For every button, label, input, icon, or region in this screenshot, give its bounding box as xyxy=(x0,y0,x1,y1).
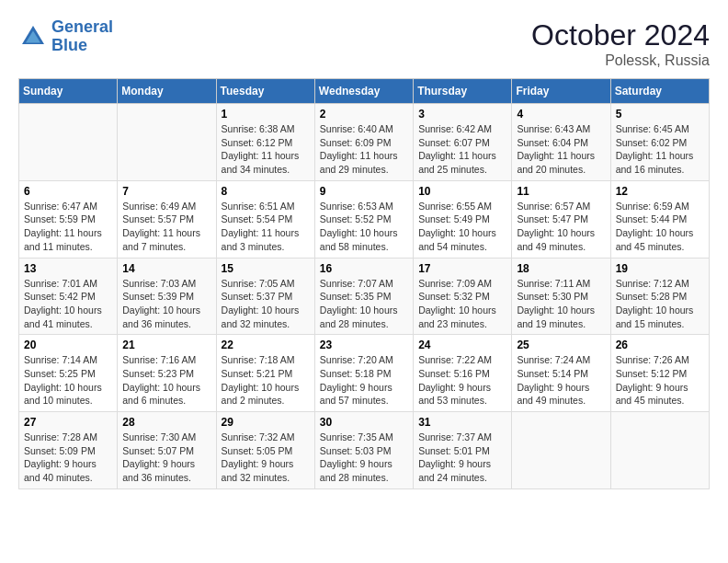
day-number: 1 xyxy=(222,108,310,121)
calendar-day-cell: 3Sunrise: 6:42 AM Sunset: 6:07 PM Daylig… xyxy=(414,104,512,181)
day-info: Sunrise: 7:05 AM Sunset: 5:37 PM Dayligh… xyxy=(222,277,310,331)
calendar-day-cell: 16Sunrise: 7:07 AM Sunset: 5:35 PM Dayli… xyxy=(314,258,413,335)
day-info: Sunrise: 6:55 AM Sunset: 5:49 PM Dayligh… xyxy=(418,200,506,254)
calendar-day-cell: 21Sunrise: 7:16 AM Sunset: 5:23 PM Dayli… xyxy=(118,335,216,412)
logo-icon xyxy=(18,22,48,52)
day-number: 24 xyxy=(418,339,506,351)
calendar-day-cell xyxy=(610,412,709,489)
day-info: Sunrise: 7:12 AM Sunset: 5:28 PM Dayligh… xyxy=(616,277,704,331)
calendar-day-cell: 11Sunrise: 6:57 AM Sunset: 5:47 PM Dayli… xyxy=(512,180,610,258)
day-number: 20 xyxy=(24,339,112,351)
calendar-day-cell: 30Sunrise: 7:35 AM Sunset: 5:03 PM Dayli… xyxy=(314,412,413,489)
calendar-day-cell: 1Sunrise: 6:38 AM Sunset: 6:12 PM Daylig… xyxy=(216,104,314,181)
calendar-week-row: 1Sunrise: 6:38 AM Sunset: 6:12 PM Daylig… xyxy=(19,104,710,181)
day-info: Sunrise: 7:09 AM Sunset: 5:32 PM Dayligh… xyxy=(418,277,506,331)
day-info: Sunrise: 6:49 AM Sunset: 5:57 PM Dayligh… xyxy=(122,200,210,254)
day-number: 16 xyxy=(320,262,408,275)
calendar-day-cell: 19Sunrise: 7:12 AM Sunset: 5:28 PM Dayli… xyxy=(610,258,709,335)
day-info: Sunrise: 6:57 AM Sunset: 5:47 PM Dayligh… xyxy=(517,200,605,254)
logo-line1: General xyxy=(51,17,113,36)
day-number: 22 xyxy=(222,339,310,351)
day-info: Sunrise: 6:40 AM Sunset: 6:09 PM Dayligh… xyxy=(320,122,408,177)
month-title: October 2024 xyxy=(531,18,710,52)
calendar-day-cell: 18Sunrise: 7:11 AM Sunset: 5:30 PM Dayli… xyxy=(512,258,610,335)
calendar-week-row: 27Sunrise: 7:28 AM Sunset: 5:09 PM Dayli… xyxy=(19,412,710,489)
day-number: 6 xyxy=(24,185,112,198)
day-number: 21 xyxy=(122,339,210,351)
calendar-day-cell: 29Sunrise: 7:32 AM Sunset: 5:05 PM Dayli… xyxy=(216,412,314,489)
day-info: Sunrise: 7:22 AM Sunset: 5:16 PM Dayligh… xyxy=(418,353,506,408)
day-number: 2 xyxy=(320,108,408,121)
day-info: Sunrise: 6:59 AM Sunset: 5:44 PM Dayligh… xyxy=(616,200,704,254)
day-number: 30 xyxy=(320,416,408,429)
day-info: Sunrise: 7:35 AM Sunset: 5:03 PM Dayligh… xyxy=(320,431,408,485)
day-number: 7 xyxy=(122,185,210,198)
logo: General Blue xyxy=(18,18,113,55)
calendar-day-cell xyxy=(512,412,610,489)
calendar-day-cell: 23Sunrise: 7:20 AM Sunset: 5:18 PM Dayli… xyxy=(314,335,413,412)
day-info: Sunrise: 7:16 AM Sunset: 5:23 PM Dayligh… xyxy=(122,353,210,408)
day-number: 23 xyxy=(320,339,408,351)
calendar-week-row: 13Sunrise: 7:01 AM Sunset: 5:42 PM Dayli… xyxy=(19,258,710,335)
day-info: Sunrise: 6:38 AM Sunset: 6:12 PM Dayligh… xyxy=(222,122,310,177)
calendar-day-cell: 13Sunrise: 7:01 AM Sunset: 5:42 PM Dayli… xyxy=(19,258,118,335)
day-number: 8 xyxy=(222,185,310,198)
day-info: Sunrise: 7:37 AM Sunset: 5:01 PM Dayligh… xyxy=(418,431,506,485)
day-number: 14 xyxy=(122,262,210,275)
day-number: 12 xyxy=(616,185,704,198)
calendar-day-cell xyxy=(118,104,216,181)
day-info: Sunrise: 7:30 AM Sunset: 5:07 PM Dayligh… xyxy=(122,431,210,485)
calendar-day-cell: 24Sunrise: 7:22 AM Sunset: 5:16 PM Dayli… xyxy=(414,335,512,412)
calendar-week-row: 20Sunrise: 7:14 AM Sunset: 5:25 PM Dayli… xyxy=(19,335,710,412)
day-number: 5 xyxy=(616,108,704,121)
day-info: Sunrise: 6:43 AM Sunset: 6:04 PM Dayligh… xyxy=(517,122,605,177)
day-info: Sunrise: 7:07 AM Sunset: 5:35 PM Dayligh… xyxy=(320,277,408,331)
calendar-week-row: 6Sunrise: 6:47 AM Sunset: 5:59 PM Daylig… xyxy=(19,180,710,258)
title-block: October 2024 Polessk, Russia xyxy=(531,18,710,69)
day-number: 25 xyxy=(517,339,605,351)
calendar-header-row: SundayMondayTuesdayWednesdayThursdayFrid… xyxy=(19,79,710,104)
calendar-header-cell: Saturday xyxy=(610,79,709,104)
calendar-day-cell: 10Sunrise: 6:55 AM Sunset: 5:49 PM Dayli… xyxy=(414,180,512,258)
day-info: Sunrise: 7:14 AM Sunset: 5:25 PM Dayligh… xyxy=(24,353,112,408)
day-number: 13 xyxy=(24,262,112,275)
calendar-day-cell: 27Sunrise: 7:28 AM Sunset: 5:09 PM Dayli… xyxy=(19,412,118,489)
day-info: Sunrise: 7:18 AM Sunset: 5:21 PM Dayligh… xyxy=(222,353,310,408)
calendar-body: 1Sunrise: 6:38 AM Sunset: 6:12 PM Daylig… xyxy=(19,104,710,489)
day-info: Sunrise: 7:32 AM Sunset: 5:05 PM Dayligh… xyxy=(222,431,310,485)
location: Polessk, Russia xyxy=(531,52,710,69)
logo-line2: Blue xyxy=(51,36,87,54)
calendar-day-cell: 17Sunrise: 7:09 AM Sunset: 5:32 PM Dayli… xyxy=(414,258,512,335)
calendar-day-cell: 9Sunrise: 6:53 AM Sunset: 5:52 PM Daylig… xyxy=(314,180,413,258)
day-number: 18 xyxy=(517,262,605,275)
calendar-header-cell: Friday xyxy=(512,79,610,104)
day-number: 27 xyxy=(24,416,112,429)
day-number: 11 xyxy=(517,185,605,198)
calendar-day-cell: 14Sunrise: 7:03 AM Sunset: 5:39 PM Dayli… xyxy=(118,258,216,335)
day-number: 3 xyxy=(418,108,506,121)
day-info: Sunrise: 6:47 AM Sunset: 5:59 PM Dayligh… xyxy=(24,200,112,254)
calendar-day-cell: 20Sunrise: 7:14 AM Sunset: 5:25 PM Dayli… xyxy=(19,335,118,412)
calendar-day-cell: 15Sunrise: 7:05 AM Sunset: 5:37 PM Dayli… xyxy=(216,258,314,335)
day-info: Sunrise: 6:45 AM Sunset: 6:02 PM Dayligh… xyxy=(616,122,704,177)
calendar-day-cell: 22Sunrise: 7:18 AM Sunset: 5:21 PM Dayli… xyxy=(216,335,314,412)
calendar-day-cell: 2Sunrise: 6:40 AM Sunset: 6:09 PM Daylig… xyxy=(314,104,413,181)
calendar-day-cell: 8Sunrise: 6:51 AM Sunset: 5:54 PM Daylig… xyxy=(216,180,314,258)
calendar-table: SundayMondayTuesdayWednesdayThursdayFrid… xyxy=(18,78,710,489)
calendar-day-cell: 26Sunrise: 7:26 AM Sunset: 5:12 PM Dayli… xyxy=(610,335,709,412)
day-number: 28 xyxy=(122,416,210,429)
calendar-day-cell: 5Sunrise: 6:45 AM Sunset: 6:02 PM Daylig… xyxy=(610,104,709,181)
calendar-day-cell: 7Sunrise: 6:49 AM Sunset: 5:57 PM Daylig… xyxy=(118,180,216,258)
calendar-header-cell: Tuesday xyxy=(216,79,314,104)
logo-text: General Blue xyxy=(51,18,113,55)
day-info: Sunrise: 7:24 AM Sunset: 5:14 PM Dayligh… xyxy=(517,353,605,408)
calendar-day-cell: 6Sunrise: 6:47 AM Sunset: 5:59 PM Daylig… xyxy=(19,180,118,258)
day-info: Sunrise: 7:11 AM Sunset: 5:30 PM Dayligh… xyxy=(517,277,605,331)
calendar-day-cell: 12Sunrise: 6:59 AM Sunset: 5:44 PM Dayli… xyxy=(610,180,709,258)
day-info: Sunrise: 7:01 AM Sunset: 5:42 PM Dayligh… xyxy=(24,277,112,331)
day-number: 26 xyxy=(616,339,704,351)
day-info: Sunrise: 6:42 AM Sunset: 6:07 PM Dayligh… xyxy=(418,122,506,177)
day-number: 4 xyxy=(517,108,605,121)
day-number: 9 xyxy=(320,185,408,198)
calendar-header-cell: Monday xyxy=(118,79,216,104)
